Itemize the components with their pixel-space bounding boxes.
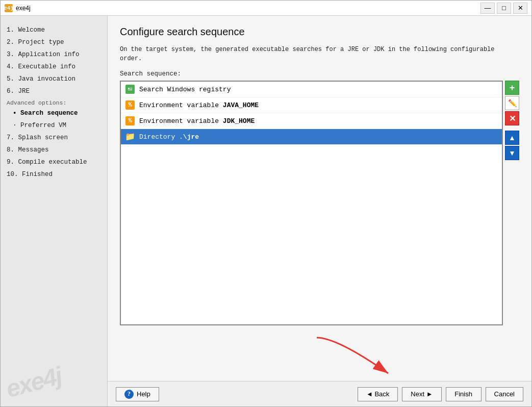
advanced-options-label: Advanced options: xyxy=(5,97,103,107)
list-item-registry-text: Search Windows registry xyxy=(139,86,498,93)
window-title: exe4j xyxy=(16,5,480,12)
sidebar-item-search-sequence[interactable]: • Search sequence xyxy=(5,107,103,119)
minimize-button[interactable]: — xyxy=(480,3,495,14)
move-down-button[interactable]: ▼ xyxy=(505,146,519,160)
list-item-directory[interactable]: 📁 Directory .\jre xyxy=(121,129,502,145)
list-item-java-home[interactable]: % Environment variable JAVA_HOME xyxy=(121,97,502,113)
list-item-java-home-text: Environment variable JAVA_HOME xyxy=(139,101,498,109)
help-button[interactable]: ? Help xyxy=(116,387,159,401)
sidebar-item-finished[interactable]: 10. Finished xyxy=(5,168,103,181)
move-up-button[interactable]: ▲ xyxy=(505,131,519,145)
main-content: Configure search sequence On the target … xyxy=(108,16,531,381)
window-controls: — □ ✕ xyxy=(480,3,527,14)
section-label: Search sequence: xyxy=(120,70,519,78)
sidebar: 1. Welcome 2. Project type 3. Applicatio… xyxy=(1,16,108,406)
delete-button[interactable]: ✕ xyxy=(505,111,519,125)
sidebar-item-exec-info[interactable]: 4. Executable info xyxy=(5,61,103,73)
sidebar-item-messages[interactable]: 8. Messages xyxy=(5,144,103,156)
list-item-jdk-home-text: Environment variable JDK_HOME xyxy=(139,117,498,125)
sidebar-watermark: exe4j xyxy=(3,362,65,403)
list-item-directory-text: Directory .\jre xyxy=(139,133,498,141)
app-icon: e4j xyxy=(5,4,13,12)
svg-rect-1 xyxy=(128,88,130,89)
sidebar-item-app-info[interactable]: 3. Application info xyxy=(5,48,103,61)
main-wrapper: Configure search sequence On the target … xyxy=(108,16,531,406)
sidebar-item-welcome[interactable]: 1. Welcome xyxy=(5,24,103,36)
title-bar: e4j exe4j — □ ✕ xyxy=(1,1,531,16)
page-title: Configure search sequence xyxy=(120,26,519,38)
list-item-registry[interactable]: Search Windows registry xyxy=(121,82,502,97)
sidebar-item-project-type[interactable]: 2. Project type xyxy=(5,36,103,48)
main-window: e4j exe4j — □ ✕ 1. Welcome 2. Project ty… xyxy=(0,0,532,407)
next-button[interactable]: Next ► xyxy=(402,387,441,401)
sidebar-item-preferred-vm[interactable]: · Preferred VM xyxy=(5,119,103,132)
svg-rect-2 xyxy=(130,88,132,88)
maximize-button[interactable]: □ xyxy=(497,3,511,14)
cancel-button[interactable]: Cancel xyxy=(486,387,523,401)
sidebar-item-jre[interactable]: 6. JRE xyxy=(5,85,103,97)
help-icon: ? xyxy=(124,390,134,399)
finish-button[interactable]: Finish xyxy=(446,387,482,401)
side-buttons: + ✏️ ✕ ▲ ▼ xyxy=(505,81,519,325)
svg-rect-3 xyxy=(130,89,132,89)
edit-button[interactable]: ✏️ xyxy=(505,96,519,110)
svg-rect-4 xyxy=(128,90,132,90)
content-area: 1. Welcome 2. Project type 3. Applicatio… xyxy=(1,16,531,406)
sequence-list[interactable]: Search Windows registry % Environment va… xyxy=(120,81,503,325)
list-area: Search Windows registry % Environment va… xyxy=(120,81,519,325)
sidebar-item-splash[interactable]: 7. Splash screen xyxy=(5,132,103,144)
add-button[interactable]: + xyxy=(505,81,519,95)
env-java-icon: % xyxy=(125,100,135,110)
sidebar-item-java-inv[interactable]: 5. Java invocation xyxy=(5,73,103,85)
back-button[interactable]: ◄ Back xyxy=(358,387,398,401)
sidebar-item-compile[interactable]: 9. Compile executable xyxy=(5,156,103,168)
env-jdk-icon: % xyxy=(125,116,135,126)
close-button[interactable]: ✕ xyxy=(513,3,527,14)
description: On the target system, the generated exec… xyxy=(120,45,519,63)
folder-icon: 📁 xyxy=(125,132,135,142)
list-item-jdk-home[interactable]: % Environment variable JDK_HOME xyxy=(121,113,502,129)
footer: ? Help ◄ Back Next ► Finish Cancel xyxy=(108,381,531,406)
registry-icon xyxy=(125,84,135,94)
